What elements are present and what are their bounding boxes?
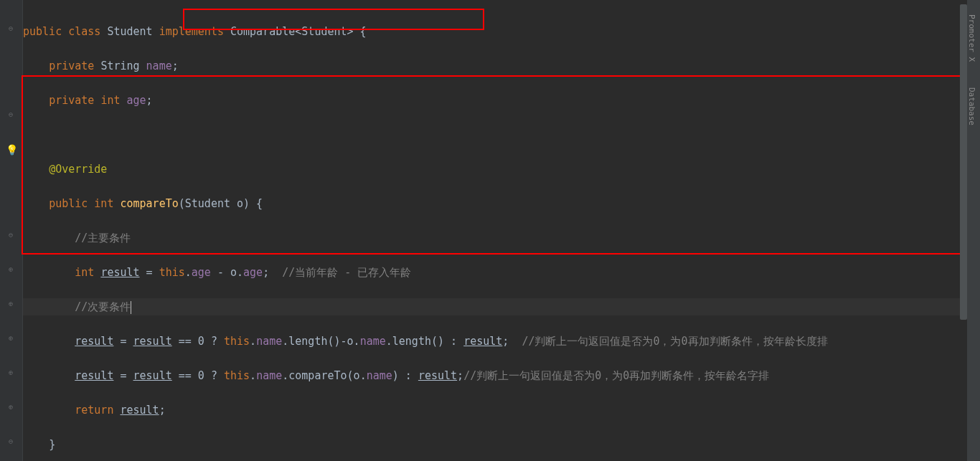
code-line: int result = this.age - o.age; //当前年龄 - … [23,264,963,281]
code-line: result = result == 0 ? this.name.length(… [23,333,963,350]
code-line: return result; [23,401,963,419]
fold-icon[interactable]: ⊕ [6,368,16,378]
code-line: public int compareTo(Student o) { [23,195,963,212]
code-line: @Override [23,161,963,178]
code-line: private String name; [23,57,963,75]
code-line: //主要条件 [23,229,963,247]
tool-window-tab-promoter[interactable]: Promoter X [967,0,976,62]
fold-icon[interactable]: ⊖ [6,437,16,447]
code-line: result = result == 0 ? this.name.compare… [23,367,963,384]
code-line: } [23,436,963,453]
fold-icon[interactable]: ⊖ [6,24,16,34]
tool-window-tab-database[interactable]: Database [967,73,976,125]
fold-icon[interactable]: ⊕ [6,265,16,275]
fold-icon[interactable]: ⊖ [6,110,16,120]
editor-gutter: ⊖ ⊖ 💡 ⊖ ⊕ ⊕ ⊕ ⊕ ⊕ ⊖ [0,0,23,461]
text-caret [131,301,131,314]
scrollbar-thumb[interactable] [960,4,967,320]
fold-icon[interactable]: ⊕ [6,333,16,343]
code-line-active: //次要条件 [23,298,963,315]
code-line [23,126,963,143]
fold-icon[interactable]: ⊕ [6,402,16,412]
code-editor[interactable]: public class Student implements Comparab… [23,0,963,461]
intention-bulb-icon[interactable]: 💡 [6,144,16,154]
fold-icon[interactable]: ⊖ [6,230,16,240]
code-line: private int age; [23,92,963,109]
fold-icon[interactable]: ⊕ [6,299,16,309]
code-line: public class Student implements Comparab… [23,23,963,40]
scrollbar-track[interactable] [960,0,967,461]
tool-window-stripe: Promoter X Database [967,0,980,461]
